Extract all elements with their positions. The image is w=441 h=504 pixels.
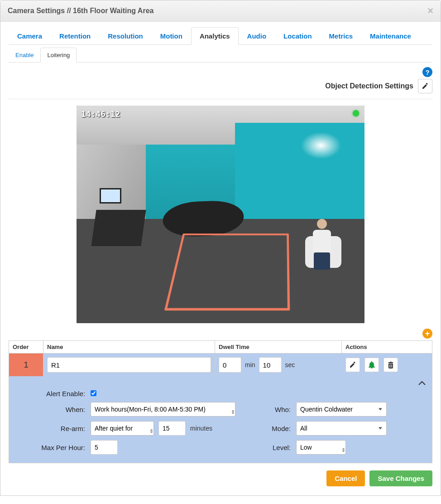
help-row: ? [9, 63, 432, 79]
col-dwell: Dwell Time [215, 341, 342, 354]
tab-retention[interactable]: Retention [51, 27, 99, 45]
dwell-sec-unit: sec [285, 361, 295, 368]
alert-region-button[interactable] [364, 358, 379, 372]
preview-desk [91, 210, 146, 246]
dwell-min-unit: min [245, 361, 255, 368]
region-order: 1 [9, 354, 43, 377]
modal-title: Camera Settings // 16th Floor Waiting Ar… [8, 7, 153, 15]
col-actions: Actions [342, 341, 432, 354]
rearm-mode-select[interactable]: After quiet for [91, 421, 154, 436]
rearm-label: Re-arm: [17, 425, 85, 432]
preview-monitor [100, 188, 121, 204]
rearm-unit: minutes [190, 425, 212, 432]
trash-icon [387, 361, 394, 368]
who-label: Who: [241, 406, 291, 413]
subtab-loitering[interactable]: Loitering [40, 48, 77, 63]
pencil-icon [422, 82, 429, 90]
plus-icon: + [425, 330, 430, 338]
region-detail-row: Alert Enable: When: Work hours(Mon-Fri, … [9, 376, 432, 463]
alert-form: Alert Enable: When: Work hours(Mon-Fri, … [9, 387, 432, 463]
close-icon[interactable]: × [427, 5, 433, 17]
delete-region-button[interactable] [383, 358, 398, 372]
preview-light [301, 132, 341, 159]
help-icon[interactable]: ? [422, 67, 432, 77]
tab-motion[interactable]: Motion [152, 27, 191, 45]
mode-label: Mode: [241, 425, 291, 432]
max-per-hour-input[interactable] [91, 440, 118, 455]
object-detection-row: Object Detection Settings [9, 79, 432, 99]
modal-body: Camera Retention Resolution Motion Analy… [0, 22, 441, 463]
dwell-time-group: min sec [219, 357, 338, 373]
pencil-icon [349, 361, 356, 368]
region-name-input[interactable] [47, 357, 211, 373]
camera-preview[interactable]: 14:46:12 [77, 106, 364, 323]
add-region-row: + [9, 327, 432, 340]
preview-timestamp: 14:46:12 [81, 109, 120, 119]
alert-enable-checkbox[interactable] [91, 390, 96, 396]
row-actions [345, 358, 428, 372]
live-indicator-icon [353, 110, 359, 116]
dwell-min-input[interactable] [219, 357, 241, 373]
collapse-toggle[interactable] [9, 376, 432, 387]
table-row: 1 min sec [9, 354, 432, 377]
tab-location[interactable]: Location [275, 27, 321, 45]
level-select[interactable]: Low [296, 440, 346, 455]
tab-resolution[interactable]: Resolution [99, 27, 152, 45]
add-region-button[interactable]: + [422, 329, 432, 339]
regions-table: Order Name Dwell Time Actions 1 min [9, 340, 432, 463]
preview-person [308, 219, 336, 269]
tab-audio[interactable]: Audio [239, 27, 275, 45]
dwell-sec-input[interactable] [259, 357, 282, 373]
tabs-sub: Enable Loitering [9, 48, 432, 63]
preview-container: 14:46:12 [9, 106, 432, 327]
object-detection-label: Object Detection Settings [325, 82, 413, 90]
modal-footer: Cancel Save Changes [0, 463, 441, 495]
tab-metrics[interactable]: Metrics [321, 27, 362, 45]
rearm-minutes-input[interactable] [158, 421, 186, 436]
cancel-button[interactable]: Cancel [326, 470, 365, 486]
camera-settings-modal: Camera Settings // 16th Floor Waiting Ar… [0, 0, 441, 496]
col-order: Order [9, 341, 43, 354]
save-changes-button[interactable]: Save Changes [369, 470, 432, 486]
who-select[interactable]: Quentin Coldwater [296, 402, 387, 417]
alert-enable-label: Alert Enable: [17, 390, 85, 397]
modal-header: Camera Settings // 16th Floor Waiting Ar… [0, 0, 441, 22]
chevron-up-icon [418, 381, 426, 385]
tab-analytics[interactable]: Analytics [191, 27, 239, 45]
col-name: Name [43, 341, 215, 354]
edit-object-detection-button[interactable] [418, 79, 432, 93]
when-select[interactable]: Work hours(Mon-Fri, 8:00 AM-5:30 PM) [91, 402, 235, 417]
max-per-hour-label: Max Per Hour: [17, 444, 85, 451]
loitering-region-overlay[interactable] [164, 233, 290, 310]
bell-icon [368, 361, 375, 368]
edit-region-button[interactable] [345, 358, 360, 372]
level-label: Level: [241, 444, 291, 451]
mode-select[interactable]: All [296, 421, 387, 436]
tabs-main: Camera Retention Resolution Motion Analy… [9, 27, 432, 45]
tab-camera[interactable]: Camera [9, 27, 51, 45]
subtab-enable[interactable]: Enable [9, 48, 40, 63]
tab-maintenance[interactable]: Maintenance [361, 27, 420, 45]
preview-wall-right [235, 123, 364, 232]
when-label: When: [17, 406, 85, 413]
